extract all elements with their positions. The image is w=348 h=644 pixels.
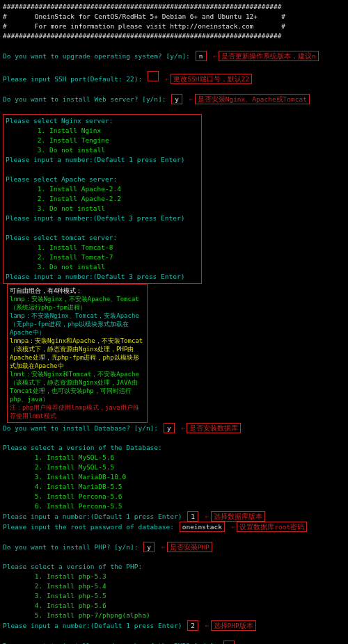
apache-opt: 2. Install Apache-2.2 — [6, 194, 199, 204]
q-opcache: Do you want to install opcode cache of t… — [3, 641, 345, 644]
php-opt: 3. Install php-5.5 — [3, 591, 345, 601]
terminal-output: ########################################… — [0, 0, 348, 644]
apache-opt: 1. Install Apache-2.4 — [6, 184, 199, 194]
phpver-header: Please select a version of the PHP: — [3, 562, 345, 572]
php-opt: 5. Install php-7/phpng(alpha) — [3, 611, 345, 620]
apache-input-prompt: Please input a number:(Default 3 press E… — [6, 214, 199, 223]
ann-db: 是否安装数据库 — [187, 423, 241, 433]
dbver-input[interactable]: 1 — [187, 511, 198, 522]
db-opt: 4. Install MariaDB-5.5 — [3, 482, 345, 492]
q-ssh: Please input SSH port(Default: 22): ⇐更改S… — [3, 71, 345, 84]
nginx-header: Please select Nginx server: — [6, 116, 199, 126]
tomcat-opt: 3. Do not install — [6, 262, 199, 272]
db-opt: 2. Install MySQL-5.5 — [3, 462, 345, 472]
nginx-opt: 1. Install Nginx — [6, 126, 199, 136]
nginx-opt: 3. Do not install — [6, 145, 199, 155]
ssh-input[interactable] — [148, 71, 159, 81]
db-opt: 1. Install MySQL-5.6 — [3, 453, 345, 462]
tomcat-opt: 1. Install Tomcat-8 — [6, 243, 199, 252]
sidebar-notes: 可自由组合，有4种模式： lnmp：安装Nginx，不安装Apache、Tomc… — [7, 284, 148, 423]
dbver-header: Please select a version of the Database: — [3, 443, 345, 453]
tomcat-input-prompt: Please input a number:(Default 3 press E… — [6, 272, 199, 282]
header-2: # For more information please visit http… — [3, 22, 345, 31]
php-input[interactable]: y — [143, 542, 155, 552]
q-php: Do you want to install PHP? [y/n]: y ⇐是否… — [3, 542, 345, 552]
db-opt: 5. Install Percona-5.6 — [3, 492, 345, 501]
ann-web: 是否安装Nginx、Apache或Tomcat — [195, 94, 310, 104]
upgrade-input[interactable]: n — [196, 51, 207, 61]
db-opt: 3. Install MariaDB-10.0 — [3, 472, 345, 482]
ann-dbver: 选择数据库版本 — [211, 511, 265, 522]
apache-header: Please select Apache server: — [6, 175, 199, 184]
ann-ssh: 更改SSH端口号，默认22 — [171, 74, 252, 84]
dbpw-line: Please input the root password of databa… — [3, 522, 345, 532]
dbpw-input[interactable]: oneinstack — [180, 522, 225, 532]
php-opt: 1. Install php-5.3 — [3, 572, 345, 581]
dbver-input-line: Please input a number:(Default 1 press E… — [3, 511, 345, 522]
header-1: # OneinStack for CentOS/RedHat 5+ Debian… — [3, 12, 345, 22]
ann-phpver: 选择PHP版本 — [211, 620, 256, 631]
php-opt: 2. Install php-5.4 — [3, 581, 345, 591]
phpver-input-line: Please input a number:(Default 1 press E… — [3, 620, 345, 631]
nginx-input-prompt: Please input a number:(Default 1 press E… — [6, 155, 199, 165]
nginx-opt: 2. Install Tengine — [6, 136, 199, 145]
web-select-group: Please select Nginx server: 1. Install N… — [3, 114, 202, 284]
q-upgrade: Do you want to upgrade operating system?… — [3, 51, 345, 61]
apache-opt: 3. Do not install — [6, 204, 199, 214]
ann-php: 是否安装PHP — [167, 542, 212, 552]
db-input[interactable]: y — [164, 423, 175, 433]
border-top: ########################################… — [3, 2, 345, 12]
q-web: Do you want to install Web server? [y/n]… — [3, 94, 345, 104]
web-input[interactable]: y — [171, 94, 182, 104]
ann-dbpw: 设置数据库root密码 — [237, 522, 307, 532]
opcache-input[interactable]: y — [223, 641, 235, 644]
php-opt: 4. Install php-5.6 — [3, 601, 345, 611]
phpver-input[interactable]: 2 — [187, 620, 198, 631]
ann-upgrade: 是否更新操作系统版本，建议n — [219, 51, 319, 61]
q-db: Do you want to install Database? [y/n]: … — [3, 423, 345, 433]
tomcat-header: Please select tomcat server: — [6, 233, 199, 243]
db-opt: 6. Install Percona-5.5 — [3, 501, 345, 511]
tomcat-opt: 2. Install Tomcat-7 — [6, 252, 199, 262]
border-bot: ########################################… — [3, 31, 345, 41]
